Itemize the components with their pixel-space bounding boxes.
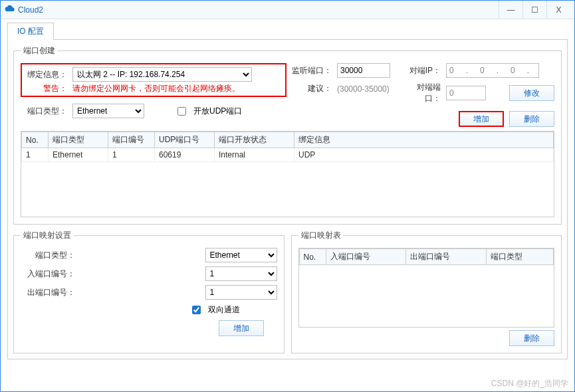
- port-create-legend: 端口创建: [21, 45, 58, 56]
- mt-th-in: 入端口编号: [326, 249, 406, 265]
- th-udp: UDP端口号: [155, 132, 215, 148]
- warn-label: 警告：: [26, 83, 67, 94]
- bind-select[interactable]: 以太网 2 -- IP: 192.168.74.254: [72, 67, 252, 82]
- ms-port-type-select[interactable]: Ethernet: [205, 248, 277, 262]
- tab-io-config[interactable]: IO 配置: [7, 23, 54, 40]
- client-area: IO 配置 端口创建 绑定信息： 以太网 2 -- IP: 192.168.74…: [1, 19, 574, 365]
- ms-out-select[interactable]: 1: [205, 285, 277, 300]
- peer-port-label: 对端端口：: [403, 82, 441, 104]
- warn-text: 请勿绑定公网网卡，否则可能会引起网络瘫痪。: [72, 83, 240, 94]
- delete-button[interactable]: 删除: [509, 111, 554, 127]
- map-set-group: 端口映射设置 端口类型： Ethernet 入端口编号： 1: [13, 230, 285, 353]
- minimize-button[interactable]: —: [499, 1, 522, 19]
- bi-checkbox[interactable]: [192, 306, 201, 314]
- peer-port-input[interactable]: [446, 86, 486, 100]
- peer-ip-label: 对端IP：: [403, 65, 441, 76]
- th-bind: 绑定信息: [294, 132, 554, 148]
- th-no: No.: [22, 132, 49, 148]
- hint-label: 建议：: [292, 83, 332, 94]
- tab-body: 端口创建 绑定信息： 以太网 2 -- IP: 192.168.74.254: [7, 39, 568, 359]
- titlebar: Cloud2 — ☐ X: [1, 1, 574, 19]
- th-status: 端口开放状态: [215, 132, 294, 148]
- listen-label: 监听端口：: [292, 65, 332, 76]
- window-title: Cloud2: [18, 5, 43, 15]
- map-table-legend: 端口映射表: [298, 230, 344, 241]
- ms-out-label: 出端口编号：: [21, 287, 75, 298]
- maximize-button[interactable]: ☐: [522, 1, 546, 19]
- hint-text: (30000-35000): [337, 84, 390, 94]
- add-button[interactable]: 增加: [459, 111, 504, 127]
- app-window: Cloud2 — ☐ X IO 配置 端口创建 绑定信息： 以太网 2 -- I: [0, 0, 575, 392]
- th-type: 端口类型: [49, 132, 108, 148]
- map-table-group: 端口映射表 No. 入端口编号 出端口编号 端口类型 删除: [291, 230, 562, 353]
- mt-th-no: No.: [299, 249, 326, 265]
- mt-th-out: 出端口编号: [406, 249, 487, 265]
- ms-add-button[interactable]: 增加: [219, 320, 264, 336]
- watermark: CSDN @好的_浩同学: [491, 378, 568, 389]
- port-type-label: 端口类型：: [21, 106, 67, 117]
- port-create-group: 端口创建 绑定信息： 以太网 2 -- IP: 192.168.74.254: [13, 45, 562, 225]
- close-button[interactable]: X: [546, 1, 570, 19]
- mt-delete-button[interactable]: 删除: [509, 330, 554, 346]
- open-udp-label: 开放UDP端口: [193, 106, 242, 117]
- port-table: No. 端口类型 端口编号 UDP端口号 端口开放状态 绑定信息 1 Ether…: [21, 131, 554, 217]
- ms-port-type-label: 端口类型：: [21, 250, 75, 261]
- th-id: 端口编号: [108, 132, 155, 148]
- map-table: No. 入端口编号 出端口编号 端口类型: [298, 248, 555, 328]
- table-row[interactable]: 1 Ethernet 1 60619 Internal UDP: [22, 148, 554, 162]
- port-type-select[interactable]: Ethernet: [72, 104, 144, 118]
- bind-label: 绑定信息：: [26, 69, 67, 80]
- map-set-legend: 端口映射设置: [21, 230, 74, 241]
- modify-button[interactable]: 修改: [509, 85, 554, 101]
- listen-input[interactable]: [337, 63, 390, 78]
- ms-in-label: 入端口编号：: [21, 268, 75, 280]
- app-icon: [5, 3, 15, 16]
- peer-ip-input[interactable]: [446, 63, 539, 78]
- open-udp-checkbox[interactable]: [177, 107, 186, 116]
- bi-label: 双向通道: [208, 304, 240, 316]
- ms-in-select[interactable]: 1: [205, 266, 277, 281]
- mt-th-type: 端口类型: [487, 249, 554, 265]
